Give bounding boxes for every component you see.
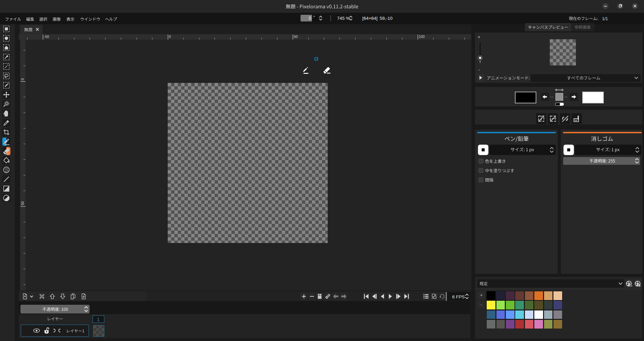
- svg-text:0: 0: [20, 78, 24, 80]
- svg-text:50: 50: [20, 201, 24, 205]
- svg-text:100: 100: [419, 35, 425, 39]
- svg-text:50: 50: [294, 35, 298, 39]
- svg-text:0: 0: [169, 35, 171, 39]
- svg-text:-50: -50: [44, 35, 49, 39]
